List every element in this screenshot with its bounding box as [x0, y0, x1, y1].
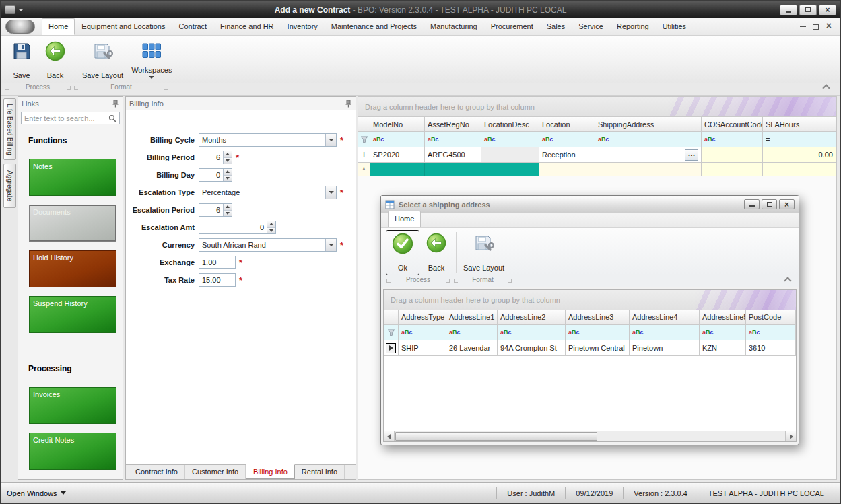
- maximize-button[interactable]: [799, 5, 817, 15]
- cell-addressline1[interactable]: 26 Lavendar: [446, 340, 498, 356]
- ribbon-tab-manufacturing[interactable]: Manufacturing: [424, 18, 484, 35]
- filter-cell-locationdesc[interactable]: [481, 132, 539, 147]
- scroll-left-icon[interactable]: [384, 431, 395, 441]
- column-header-modelno[interactable]: ModelNo: [370, 116, 425, 132]
- filter-cell-assetregno[interactable]: [425, 132, 481, 147]
- workspaces-button[interactable]: Workspaces: [127, 38, 176, 83]
- escalation-type-combo[interactable]: Percentage: [199, 186, 337, 199]
- column-header-locationdesc[interactable]: LocationDesc: [481, 116, 539, 132]
- side-tab-aggregate[interactable]: Aggregate: [3, 164, 16, 208]
- column-header-shippingaddress[interactable]: ShippingAddress: [595, 116, 702, 132]
- filter-cell-slahours[interactable]: [763, 132, 836, 147]
- link-button-notes[interactable]: Notes: [29, 159, 116, 196]
- spin-up-icon[interactable]: [224, 151, 232, 158]
- application-menu-button[interactable]: [5, 20, 35, 34]
- column-header-postcode[interactable]: PostCode: [746, 310, 796, 325]
- chevron-down-icon[interactable]: [325, 239, 336, 251]
- cell-addressline4[interactable]: Pinetown: [630, 340, 700, 356]
- cell-addressline2[interactable]: 94A Crompton St: [498, 340, 566, 356]
- new-cell-locationdesc[interactable]: [481, 163, 539, 176]
- ribbon-collapse-chevron-icon[interactable]: [822, 84, 830, 92]
- new-cell-modelno[interactable]: [370, 163, 425, 176]
- currency-combo[interactable]: South African Rand: [199, 238, 337, 252]
- filter-cell-addressline1[interactable]: [446, 325, 498, 340]
- filter-cell-postcode[interactable]: [746, 325, 796, 340]
- chevron-down-icon[interactable]: [325, 134, 336, 146]
- ribbon-tab-equipment-and-locations[interactable]: Equipment and Locations: [75, 18, 172, 35]
- filter-cell-cosaccountcode[interactable]: [702, 132, 763, 147]
- chevron-down-icon[interactable]: [325, 186, 336, 199]
- cell-postcode[interactable]: 3610: [746, 340, 796, 356]
- column-header-addresstype[interactable]: AddressType: [399, 310, 446, 325]
- spin-down-icon[interactable]: [267, 228, 275, 234]
- ribbon-tab-sales[interactable]: Sales: [540, 18, 572, 35]
- scroll-right-icon[interactable]: [785, 431, 796, 441]
- spin-down-icon[interactable]: [224, 176, 232, 182]
- dialog-save-layout-button[interactable]: Save Layout: [459, 230, 508, 275]
- filter-cell-addresstype[interactable]: [399, 325, 446, 340]
- dialog-maximize-button[interactable]: [762, 199, 777, 209]
- cell-addresstype[interactable]: SHIP: [399, 340, 446, 356]
- minimize-button[interactable]: [780, 5, 797, 15]
- cell-slahours[interactable]: 0.00: [763, 147, 836, 163]
- filter-cell-addressline5[interactable]: [700, 325, 746, 340]
- spin-down-icon[interactable]: [224, 158, 232, 164]
- ribbon-tab-finance-and-hr[interactable]: Finance and HR: [213, 18, 281, 35]
- column-header-cosaccountcode[interactable]: COSAccountCode: [702, 116, 763, 132]
- ribbon-tab-contract[interactable]: Contract: [172, 18, 214, 35]
- billing-day-spinner[interactable]: 0: [199, 168, 232, 182]
- cell-location[interactable]: Reception: [539, 147, 595, 163]
- tab-billing-info[interactable]: Billing Info: [246, 464, 295, 479]
- column-header-addressline2[interactable]: AddressLine2: [498, 310, 566, 325]
- spinner-buttons[interactable]: [223, 169, 232, 181]
- filter-cell-shippingaddress[interactable]: [595, 132, 702, 147]
- link-button-documents[interactable]: Documents: [29, 205, 116, 242]
- column-header-location[interactable]: Location: [539, 116, 595, 132]
- side-tab-life-based-billing[interactable]: Life Based Billing: [3, 98, 16, 160]
- open-windows-button[interactable]: Open Windows: [7, 489, 66, 497]
- ribbon-collapse-chevron-icon[interactable]: [784, 277, 791, 284]
- tab-contract-info[interactable]: Contract Info: [129, 465, 185, 479]
- tab-rental-info[interactable]: Rental Info: [295, 465, 345, 479]
- ribbon-tab-utilities[interactable]: Utilities: [656, 18, 693, 35]
- column-header-addressline5[interactable]: AddressLine5: [700, 310, 746, 325]
- app-icon[interactable]: [5, 5, 15, 14]
- grid-new-row[interactable]: *: [358, 163, 836, 176]
- links-search-box[interactable]: [21, 112, 120, 124]
- search-icon[interactable]: [108, 114, 116, 122]
- cell-locationdesc[interactable]: [481, 147, 539, 163]
- billing-cycle-combo[interactable]: Months: [199, 133, 337, 147]
- ribbon-tab-maintenance-and-projects[interactable]: Maintenance and Projects: [325, 18, 424, 35]
- dialog-minimize-button[interactable]: [744, 199, 760, 209]
- ribbon-tab-inventory[interactable]: Inventory: [281, 18, 325, 35]
- filter-cell-addressline2[interactable]: [498, 325, 566, 340]
- dialog-tab-home[interactable]: Home: [388, 211, 421, 227]
- filter-cell-addressline3[interactable]: [566, 325, 630, 340]
- shipping-address-picker-button[interactable]: [685, 149, 698, 161]
- cell-addressline3[interactable]: Pinetown Central: [566, 340, 630, 356]
- new-cell-cosaccountcode[interactable]: [702, 163, 763, 176]
- address-row[interactable]: SHIP 26 Lavendar 94A Crompton St Pinetow…: [384, 340, 796, 356]
- link-button-invoices[interactable]: Invoices: [29, 387, 116, 424]
- spinner-buttons[interactable]: [223, 204, 232, 216]
- pin-icon[interactable]: [112, 100, 119, 108]
- escalation-period-spinner[interactable]: 6: [199, 203, 232, 217]
- link-button-hold-history[interactable]: Hold History: [29, 250, 116, 287]
- scrollbar-thumb[interactable]: [395, 432, 597, 441]
- filter-cell-location[interactable]: [539, 132, 595, 147]
- close-button[interactable]: [819, 5, 836, 15]
- filter-cell-modelno[interactable]: [370, 132, 425, 147]
- cell-cosaccountcode[interactable]: [702, 147, 763, 163]
- spin-up-icon[interactable]: [224, 169, 232, 176]
- column-header-addressline1[interactable]: AddressLine1: [446, 310, 498, 325]
- dialog-back-button[interactable]: Back: [419, 230, 453, 275]
- spin-up-icon[interactable]: [224, 204, 232, 211]
- column-header-slahours[interactable]: SLAHours: [763, 116, 836, 132]
- column-header-assetregno[interactable]: AssetRegNo: [425, 116, 481, 132]
- new-cell-slahours[interactable]: [763, 163, 836, 176]
- tax-rate-field[interactable]: 15.00: [199, 273, 236, 287]
- link-button-suspend-history[interactable]: Suspend History: [29, 296, 116, 333]
- link-button-credit-notes[interactable]: Credit Notes: [29, 433, 116, 470]
- new-cell-assetregno[interactable]: [425, 163, 481, 176]
- cell-modelno[interactable]: SP2020: [370, 147, 425, 163]
